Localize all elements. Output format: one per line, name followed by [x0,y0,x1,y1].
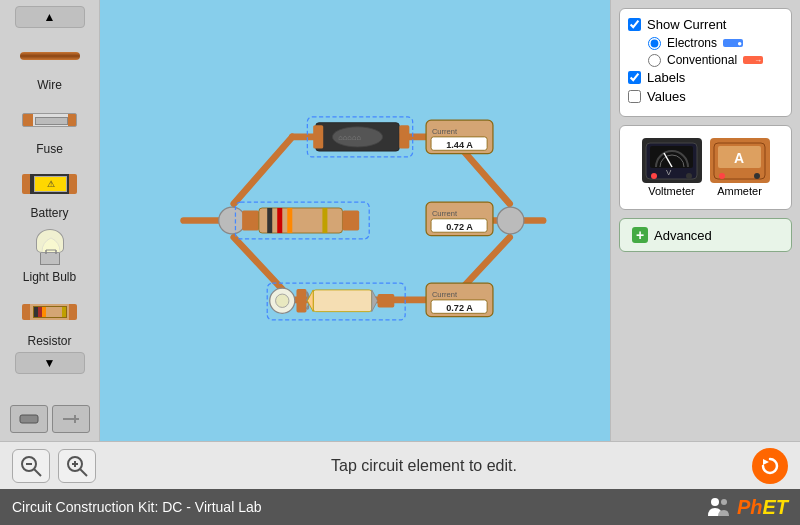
svg-rect-17 [313,125,323,148]
svg-marker-68 [763,459,769,465]
voltmeter-icon: V [642,138,702,183]
wire-tool-button[interactable] [52,405,90,433]
select-tool-icon [19,411,39,427]
labels-row: Labels [628,70,783,85]
svg-rect-18 [399,125,409,148]
svg-text:Current: Current [432,127,458,136]
resistor-label: Resistor [27,334,71,348]
svg-text:⌂⌂⌂⌂⌂: ⌂⌂⌂⌂⌂ [338,133,361,142]
conventional-radio[interactable] [648,54,661,67]
svg-rect-31 [322,208,327,233]
select-tool-button[interactable] [10,405,48,433]
instruments-row: V Voltmeter [628,134,783,201]
main-area: ▲ Wire Fuse ⚠ [0,0,800,441]
plus-icon: + [632,227,648,243]
bottom-bar: Tap circuit element to edit. [0,441,800,489]
battery-icon-container: ⚠ [15,164,85,204]
svg-point-59 [719,173,725,179]
sidebar-item-wire[interactable]: Wire [5,30,95,94]
battery-icon: ⚠ [22,174,77,194]
wire-tool-icon [61,411,81,427]
svg-rect-29 [277,208,282,233]
conventional-label: Conventional [667,53,737,67]
voltmeter-instrument[interactable]: V Voltmeter [642,138,702,197]
battery-warning-icon: ⚠ [34,176,67,192]
values-row: Values [628,89,783,104]
advanced-label: Advanced [654,228,712,243]
svg-point-70 [721,499,727,505]
chevron-up-icon: ▲ [44,10,56,24]
light-bulb-icon-container [15,228,85,268]
svg-text:0.72 A: 0.72 A [446,303,473,313]
show-current-checkbox[interactable] [628,18,641,31]
resistor-band-4 [62,307,66,317]
values-label: Values [647,89,686,104]
fuse-icon-container [15,100,85,140]
svg-marker-43 [372,290,378,312]
canvas-area[interactable]: ⌂⌂⌂⌂⌂ Current 1.44 A [100,0,610,441]
fuse-icon [22,113,77,127]
svg-text:Current: Current [432,290,458,299]
sidebar-item-battery[interactable]: ⚠ Battery [5,158,95,222]
ammeter-icon: A [710,138,770,183]
electrons-radio[interactable] [648,37,661,50]
svg-point-55 [686,173,692,179]
ammeter-instrument[interactable]: A Ammeter [710,138,770,197]
light-bulb-icon [32,229,67,267]
svg-rect-40 [296,289,306,312]
svg-line-63 [34,469,41,476]
refresh-button[interactable] [752,448,788,484]
circuit-diagram: ⌂⌂⌂⌂⌂ Current 1.44 A [100,0,610,441]
svg-point-60 [754,173,760,179]
svg-rect-30 [287,208,292,233]
sidebar-tools [6,401,94,437]
wire-label: Wire [37,78,62,92]
voltmeter-label: Voltmeter [648,185,694,197]
scroll-up-button[interactable]: ▲ [15,6,85,28]
sidebar-item-light-bulb[interactable]: Light Bulb [5,222,95,286]
sidebar-item-fuse[interactable]: Fuse [5,94,95,158]
labels-label: Labels [647,70,685,85]
zoom-out-icon [19,454,43,478]
current-controls-box: Show Current Electrons ● Conventional → [619,8,792,117]
title-bar: Circuit Construction Kit: DC - Virtual L… [0,489,800,525]
svg-line-67 [80,469,87,476]
svg-text:1.44 A: 1.44 A [446,140,473,150]
scroll-down-button[interactable]: ▼ [15,352,85,374]
svg-rect-3 [20,415,38,423]
conventional-row: Conventional → [648,53,783,67]
app: ▲ Wire Fuse ⚠ [0,0,800,525]
electrons-row: Electrons ● [648,36,783,50]
svg-line-6 [234,137,293,204]
bulb-top [36,229,64,253]
electron-arrow-icon: ● [723,39,743,47]
resistor-icon-container [15,292,85,332]
right-panel: Show Current Electrons ● Conventional → [610,0,800,441]
svg-point-15 [497,207,524,234]
wire-icon [20,52,80,60]
zoom-out-button[interactable] [12,449,50,483]
sidebar-item-resistor[interactable]: Resistor [5,286,95,350]
chevron-down-icon: ▼ [44,356,56,370]
labels-checkbox[interactable] [628,71,641,84]
sidebar: ▲ Wire Fuse ⚠ [0,0,100,441]
zoom-in-button[interactable] [58,449,96,483]
svg-text:V: V [666,168,672,177]
advanced-button[interactable]: + Advanced [619,218,792,252]
svg-rect-41 [313,290,372,312]
svg-point-39 [276,294,289,307]
svg-text:A: A [734,150,744,166]
instruments-box: V Voltmeter [619,125,792,210]
svg-rect-26 [242,210,259,230]
svg-text:Current: Current [432,209,458,218]
battery-label: Battery [30,206,68,220]
phet-text: PhET [737,496,788,519]
resistor-icon [22,304,77,320]
resistor-band-gap [46,307,62,317]
electrons-label: Electrons [667,36,717,50]
light-bulb-label: Light Bulb [23,270,76,284]
svg-rect-44 [378,294,395,307]
current-type-group: Electrons ● Conventional → [648,36,783,67]
values-checkbox[interactable] [628,90,641,103]
zoom-in-icon [65,454,89,478]
